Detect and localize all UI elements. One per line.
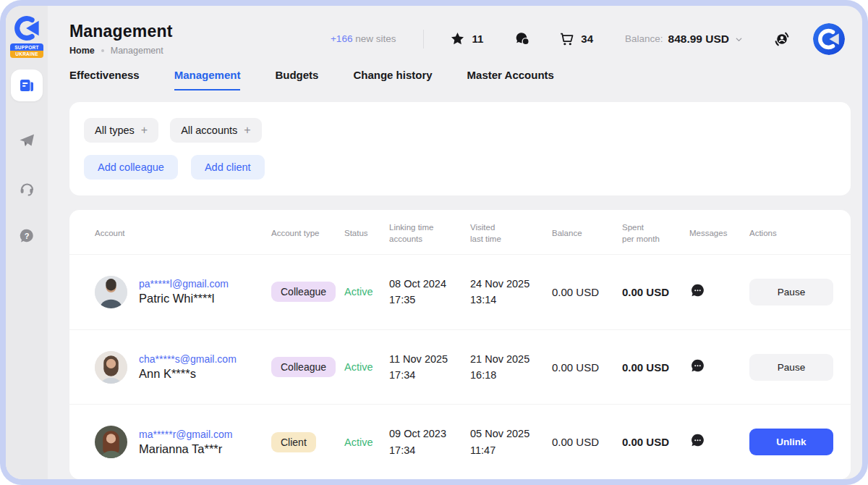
pause-button[interactable]: Pause — [749, 279, 833, 305]
page-title: Management — [69, 22, 173, 41]
message-icon[interactable] — [689, 358, 706, 374]
balance-label: Balance: — [625, 33, 663, 44]
linking-time: 09 Oct 202317:34 — [389, 426, 470, 458]
col-actions: Actions — [749, 228, 833, 240]
chat-bubbles-icon — [515, 31, 530, 46]
app-logo[interactable]: SUPPORT UKRAINE — [10, 14, 43, 58]
status-badge: Active — [344, 436, 389, 448]
breadcrumb-current: Management — [111, 46, 163, 56]
col-account: Account — [95, 228, 271, 240]
support-ukraine-badge: SUPPORT UKRAINE — [10, 43, 43, 58]
col-messages: Messages — [689, 228, 749, 240]
avatar — [95, 351, 127, 384]
account-name: Ann K****s — [139, 367, 237, 381]
account-name: Marianna Ta***r — [139, 442, 232, 456]
account-type-badge: Colleague — [271, 357, 336, 377]
avatar — [95, 426, 127, 458]
new-sites-label: new sites — [355, 33, 396, 44]
col-linking-time: Linking timeaccounts — [389, 222, 470, 245]
favorites-count: 11 — [472, 33, 483, 45]
spent-cell: 0.00 USD — [622, 286, 689, 298]
account-email[interactable]: cha*****s@gmail.com — [139, 353, 237, 365]
breadcrumb-separator — [101, 49, 104, 52]
linking-time: 11 Nov 202517:34 — [389, 351, 470, 384]
add-colleague-button[interactable]: Add colleague — [84, 155, 178, 180]
account-type-badge: Client — [271, 432, 316, 452]
main-area: Management Home Management +166 new site… — [48, 6, 862, 479]
message-icon[interactable] — [689, 432, 706, 449]
filter-all-types[interactable]: All types + — [84, 118, 158, 143]
balance-cell: 0.00 USD — [552, 436, 622, 448]
account-name: Patric Whi****l — [139, 292, 229, 305]
account-email[interactable]: pa*****l@gmail.com — [139, 278, 229, 290]
tab-budgets[interactable]: Budgets — [275, 69, 318, 90]
cart-count: 34 — [581, 33, 593, 45]
add-client-button[interactable]: Add client — [191, 155, 265, 180]
tab-management[interactable]: Management — [174, 69, 241, 90]
status-badge: Active — [344, 361, 389, 373]
col-account-type: Account type — [271, 228, 344, 240]
balance-widget[interactable]: Balance: 848.99 USD — [625, 33, 744, 46]
balance-cell: 0.00 USD — [552, 286, 622, 298]
sidebar-item-support-headset[interactable] — [18, 180, 35, 197]
brand-avatar-icon — [813, 23, 845, 55]
live-person-icon[interactable] — [773, 30, 791, 48]
table-header-row: Account Account type Status Linking time… — [69, 210, 851, 254]
accounts-table: Account Account type Status Linking time… — [69, 210, 851, 479]
avatar — [95, 276, 127, 308]
breadcrumb-home[interactable]: Home — [69, 46, 95, 56]
message-icon[interactable] — [689, 282, 706, 299]
col-spent: Spentper month — [622, 222, 689, 245]
tab-effectiveness[interactable]: Effectiveness — [69, 69, 140, 90]
svg-text:?: ? — [25, 232, 30, 240]
cart-stat[interactable]: 34 — [559, 31, 593, 46]
balance-cell: 0.00 USD — [552, 361, 622, 374]
news-icon — [18, 77, 35, 94]
visited-time: 05 Nov 202511:47 — [470, 426, 552, 458]
page-header: Management Home Management +166 new site… — [48, 6, 862, 60]
table-row: pa*****l@gmail.com Patric Whi****l Colle… — [69, 254, 851, 329]
table-row: ma*****r@gmail.com Marianna Ta***r Clien… — [69, 404, 851, 479]
col-balance: Balance — [552, 228, 622, 240]
sidebar-item-telegram[interactable] — [18, 132, 35, 149]
new-sites-count: +166 — [331, 33, 352, 44]
filter-all-accounts[interactable]: All accounts + — [170, 118, 262, 143]
spent-cell: 0.00 USD — [622, 436, 689, 448]
pause-button[interactable]: Pause — [749, 354, 833, 381]
breadcrumb: Home Management — [69, 46, 173, 56]
account-type-badge: Colleague — [271, 282, 336, 302]
cart-icon — [559, 31, 574, 46]
header-divider — [423, 30, 424, 48]
spent-cell: 0.00 USD — [622, 361, 689, 374]
star-icon — [450, 31, 465, 46]
status-badge: Active — [344, 286, 389, 298]
linking-time: 08 Oct 202417:35 — [389, 276, 470, 308]
visited-time: 24 Nov 202513:14 — [470, 276, 552, 308]
tab-bar: Effectiveness Management Budgets Change … — [48, 60, 862, 90]
brand-c-arrow-icon — [13, 14, 41, 42]
balance-value: 848.99 USD — [668, 33, 729, 46]
plus-icon: + — [141, 125, 148, 136]
account-email[interactable]: ma*****r@gmail.com — [139, 429, 232, 440]
tab-master-accounts[interactable]: Master Accounts — [467, 69, 554, 90]
user-avatar[interactable] — [813, 23, 845, 55]
content-area: All types + All accounts + Add colleague… — [48, 90, 862, 479]
messages-stat[interactable] — [515, 31, 530, 46]
support-ukraine-line1: SUPPORT — [10, 43, 43, 51]
sidebar: SUPPORT UKRAINE ? — [6, 6, 48, 479]
chevron-down-icon — [734, 35, 744, 44]
sidebar-item-news-active[interactable] — [11, 69, 43, 101]
favorites-stat[interactable]: 11 — [450, 31, 483, 46]
new-sites-counter[interactable]: +166 new sitesnew sites — [331, 33, 396, 44]
sidebar-item-help[interactable]: ? — [18, 227, 35, 245]
support-ukraine-line2: UKRAINE — [10, 51, 43, 58]
col-status: Status — [344, 228, 389, 240]
visited-time: 21 Nov 202516:18 — [470, 351, 552, 384]
col-visited: Visitedlast time — [470, 222, 552, 245]
table-row: cha*****s@gmail.com Ann K****s Colleague… — [69, 329, 851, 405]
unlink-button[interactable]: Unlink — [749, 429, 833, 455]
filter-all-types-label: All types — [95, 125, 135, 136]
plus-icon: + — [244, 125, 250, 136]
tab-change-history[interactable]: Change history — [353, 69, 432, 90]
filter-all-accounts-label: All accounts — [181, 125, 237, 136]
